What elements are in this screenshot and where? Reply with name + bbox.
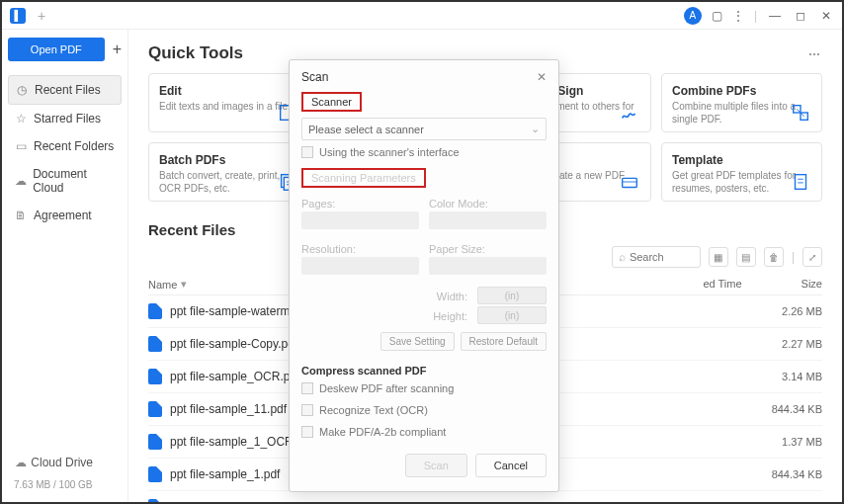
width-field: (in)	[477, 287, 547, 304]
kebab-icon[interactable]: ⋮	[732, 9, 744, 23]
resolution-field	[301, 257, 419, 275]
document-icon: 🗎	[14, 209, 28, 222]
open-pdf-button[interactable]: Open PDF	[8, 38, 105, 61]
scan-button: Scan	[405, 454, 467, 477]
compress-option[interactable]: Recognize Text (OCR)	[301, 404, 547, 416]
card-edit[interactable]: Edit Edit texts and images in a file.	[148, 73, 309, 132]
comment-icon[interactable]: ▢	[712, 9, 722, 23]
search-field[interactable]	[630, 251, 689, 263]
resolution-label: Resolution:	[301, 243, 419, 255]
checkbox-icon	[301, 382, 313, 394]
checkbox-icon	[301, 404, 313, 416]
height-field: (in)	[477, 306, 547, 324]
card-batch[interactable]: Batch PDFs Batch convert, create, print,…	[148, 142, 309, 202]
sidebar-item-document-cloud[interactable]: ☁ Document Cloud	[8, 160, 122, 202]
cloud-drive-icon: ☁	[14, 456, 28, 469]
expand-icon[interactable]: ⤢	[802, 247, 822, 267]
cloud-drive-label: Cloud Drive	[31, 456, 93, 469]
papersize-label: Paper Size:	[429, 243, 547, 255]
esign-icon	[619, 102, 640, 124]
pdf-icon	[148, 499, 162, 502]
cloud-drive[interactable]: ☁ Cloud Drive	[8, 450, 122, 475]
select-placeholder: Please select a scanner	[308, 124, 424, 135]
cloud-usage: 7.63 MB / 100 GB	[8, 475, 122, 494]
compress-title: Compress scanned PDF	[301, 365, 547, 377]
sidebar-item-recent-files[interactable]: ◷ Recent Files	[8, 75, 122, 105]
colormode-field	[429, 211, 547, 229]
avatar[interactable]: A	[684, 7, 702, 25]
file-size: 844.34 KB	[772, 403, 822, 415]
file-name: ppt file-sample_OCR.pdf	[170, 370, 299, 383]
maximize-icon[interactable]: ◻	[793, 9, 808, 23]
card-title: Template	[672, 153, 811, 167]
papersize-field	[429, 257, 547, 275]
col-size[interactable]: Size	[802, 278, 822, 291]
width-label: Width:	[437, 291, 467, 302]
col-name[interactable]: Name ▾	[148, 278, 187, 291]
new-tab-icon[interactable]: +	[38, 8, 45, 24]
save-setting-button: Save Setting	[380, 332, 455, 351]
file-name: ppt file-sample_11.pdf	[170, 402, 287, 416]
use-scanner-interface-checkbox[interactable]: Using the scanner's interface	[301, 146, 547, 158]
card-title: Combine PDFs	[672, 84, 811, 98]
pdf-icon	[148, 303, 162, 319]
search-input[interactable]: ⌕	[612, 246, 701, 268]
sidebar: Open PDF + ◷ Recent Files ☆ Starred File…	[2, 30, 128, 502]
sort-icon: ▾	[181, 278, 187, 291]
add-icon[interactable]: +	[113, 41, 122, 58]
scan-params-label: Scanning Parameters	[301, 168, 426, 188]
card-title: Batch PDFs	[159, 153, 298, 167]
sidebar-item-starred-files[interactable]: ☆ Starred Files	[8, 105, 122, 132]
dialog-title: Scan	[301, 70, 328, 84]
card-template[interactable]: Template Get great PDF templates for res…	[661, 142, 822, 202]
cancel-button[interactable]: Cancel	[475, 454, 547, 477]
list-view-icon[interactable]: ▤	[736, 247, 756, 267]
delete-icon[interactable]: 🗑	[764, 247, 784, 267]
pdf-icon	[148, 434, 162, 450]
sidebar-item-label: Document Cloud	[33, 167, 116, 195]
pdf-icon	[148, 369, 162, 384]
pdf-icon	[148, 401, 162, 417]
star-icon: ☆	[14, 112, 28, 126]
scanner-select[interactable]: Please select a scanner ⌄	[301, 118, 547, 140]
file-size: 844.34 KB	[772, 468, 822, 480]
height-label: Height:	[433, 310, 467, 322]
compress-option[interactable]: Deskew PDF after scanning	[301, 382, 547, 394]
pdf-icon	[148, 336, 162, 352]
restore-default-button: Restore Default	[461, 332, 547, 351]
scanner-section-label: Scanner	[301, 92, 362, 112]
sidebar-item-recent-folders[interactable]: ▭ Recent Folders	[8, 132, 122, 160]
cloud-icon: ☁	[14, 174, 27, 188]
sidebar-item-label: Recent Folders	[34, 139, 114, 153]
file-size: 2.27 MB	[782, 338, 822, 350]
card-combine[interactable]: Combine PDFs Combine multiple files into…	[661, 73, 822, 132]
scan-dialog: Scan ✕ Scanner Please select a scanner ⌄…	[289, 59, 559, 492]
file-time: Today	[714, 501, 742, 502]
sidebar-item-label: Agreement	[34, 209, 92, 222]
pages-field	[301, 211, 419, 229]
file-size: 3.14 MB	[782, 371, 822, 382]
colormode-label: Color Mode:	[429, 198, 547, 210]
more-icon[interactable]: ⋯	[808, 47, 822, 61]
close-icon[interactable]: ✕	[537, 70, 547, 84]
grid-view-icon[interactable]: ▦	[709, 247, 728, 267]
file-row[interactable]: ppt file-sample.pdfToday2.25 MB	[148, 491, 822, 502]
folder-icon: ▭	[14, 139, 28, 153]
sidebar-item-label: Starred Files	[34, 112, 101, 126]
file-name: ppt file-sample.pdf	[170, 500, 267, 502]
check-label: Deskew PDF after scanning	[319, 382, 454, 394]
card-title: Edit	[159, 84, 298, 98]
svg-rect-7	[623, 178, 637, 187]
sidebar-item-label: Recent Files	[35, 83, 101, 97]
close-window-icon[interactable]: ✕	[818, 9, 834, 23]
sidebar-item-agreement[interactable]: 🗎 Agreement	[8, 202, 122, 229]
chevron-down-icon: ⌄	[531, 123, 540, 135]
clock-icon: ◷	[15, 83, 29, 97]
compress-option[interactable]: Make PDF/A-2b compliant	[301, 426, 547, 438]
minimize-icon[interactable]: —	[767, 9, 783, 23]
checkbox-icon	[301, 146, 313, 158]
template-icon	[790, 171, 811, 193]
combine-icon	[790, 102, 811, 124]
col-time[interactable]: ed Time	[703, 278, 741, 291]
checkbox-icon	[301, 426, 313, 438]
